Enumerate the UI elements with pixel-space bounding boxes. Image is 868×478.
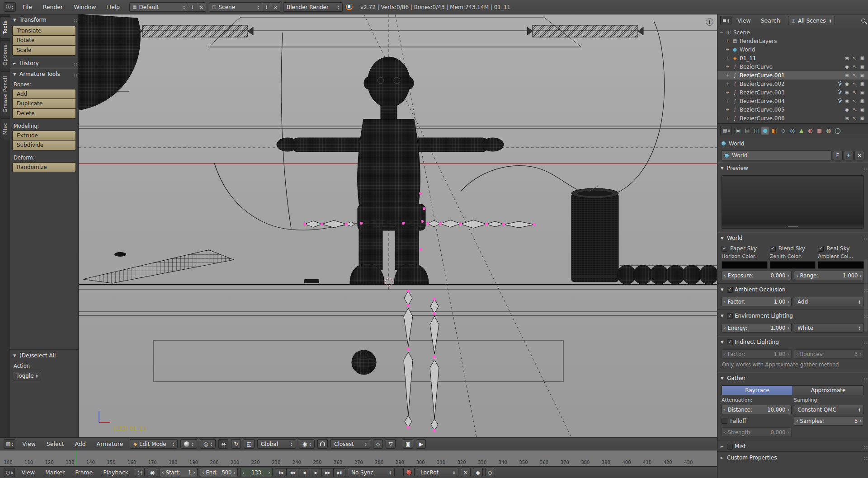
selectability-cursor-icon[interactable]: ↖ — [852, 90, 858, 95]
approximate-button[interactable]: Approximate — [793, 385, 864, 395]
custom-properties-header[interactable]: Custom Properties — [717, 452, 868, 463]
tab-scene[interactable] — [752, 126, 760, 135]
gather-panel-header[interactable]: Gather — [717, 373, 868, 384]
render-visibility-camera-icon[interactable]: ▣ — [859, 73, 865, 78]
menu-outliner-view[interactable]: View — [733, 14, 755, 27]
expand-icon[interactable]: + — [726, 98, 730, 103]
outliner-row[interactable]: +∫BezierCurve.003◉↖▣ — [717, 88, 868, 97]
search-icon[interactable] — [861, 19, 865, 23]
grill-mesh[interactable] — [83, 250, 234, 283]
panel-grip-icon[interactable] — [864, 446, 865, 447]
preview-panel-header[interactable]: Preview — [717, 163, 868, 173]
zenith-color-swatch[interactable] — [770, 261, 816, 269]
mist-panel-header[interactable]: Mist — [717, 441, 868, 452]
character-mesh[interactable] — [277, 57, 504, 284]
add-scene-button[interactable]: + — [262, 2, 271, 12]
outliner-row[interactable]: +◈01_11◉↖▣ — [717, 54, 868, 62]
exposure-field[interactable]: Exposure:0.000 — [722, 271, 792, 280]
visibility-eye-icon[interactable]: ◉ — [844, 107, 850, 112]
viewport-shading-dropdown[interactable] — [180, 439, 197, 449]
action-dropdown[interactable]: Toggle — [13, 371, 41, 380]
soda-can-mesh[interactable] — [571, 186, 618, 282]
render-visibility-camera-icon[interactable]: ▣ — [859, 107, 865, 112]
menu-select[interactable]: Select — [42, 438, 68, 450]
duplicate-bone-button[interactable]: Duplicate — [12, 99, 76, 109]
visibility-eye-icon[interactable]: ◉ — [844, 116, 850, 121]
tab-material[interactable] — [806, 126, 815, 135]
indirect-lighting-checkbox[interactable] — [727, 339, 733, 345]
editor-type-outliner-icon[interactable]: ≡ — [720, 16, 731, 25]
add-bone-button[interactable]: Add — [12, 89, 76, 99]
play-button[interactable]: ▶ — [310, 468, 322, 477]
falloff-strength-field[interactable]: Strength:0.000 — [722, 427, 792, 437]
extrude-button[interactable]: Extrude — [12, 131, 76, 141]
viewport[interactable]: Front Ortho (133) 01_11 + — [79, 14, 717, 437]
selectability-cursor-icon[interactable]: ↖ — [852, 107, 858, 112]
manipulator-translate-icon[interactable]: ↔ — [218, 439, 228, 449]
outliner-item-label[interactable]: Scene — [733, 29, 750, 36]
outliner-item-label[interactable]: BezierCurve.004 — [740, 98, 785, 104]
sample-method-dropdown[interactable]: Constant QMC — [794, 405, 864, 414]
menu-render[interactable]: Render — [39, 0, 67, 14]
indirect-lighting-header[interactable]: Indirect Lighting — [717, 337, 868, 347]
visibility-eye-icon[interactable]: ◉ — [844, 64, 850, 69]
selectability-cursor-icon[interactable]: ↖ — [852, 56, 858, 61]
add-screen-layout-button[interactable]: + — [188, 2, 197, 12]
indirect-factor-field[interactable]: Factor:1.00 — [722, 349, 792, 359]
tab-physics[interactable] — [833, 126, 842, 135]
visibility-eye-icon[interactable]: ◉ — [844, 90, 850, 95]
snap-peel-icon[interactable]: ◇ — [373, 439, 383, 449]
translate-button[interactable]: Translate — [12, 26, 76, 36]
panel-grip-icon[interactable] — [864, 378, 865, 379]
menu-tl-frame[interactable]: Frame — [71, 467, 97, 478]
clear-keying-set-button[interactable]: × — [461, 468, 471, 477]
mist-checkbox[interactable] — [727, 444, 733, 450]
world-panel-header[interactable]: World — [717, 233, 868, 244]
panel-grip-icon[interactable] — [864, 168, 865, 169]
attenuation-distance-field[interactable]: Distance:10.000 — [722, 405, 792, 414]
expand-icon[interactable]: + — [726, 116, 730, 121]
fake-user-button[interactable]: F — [833, 151, 843, 160]
transform-orientation-dropdown[interactable]: Global — [257, 439, 296, 449]
ao-factor-field[interactable]: Factor:1.00 — [722, 297, 792, 306]
wire-cylinders-row[interactable] — [617, 265, 717, 284]
timeline-current-frame-line[interactable] — [76, 450, 77, 466]
dome-mesh[interactable] — [79, 14, 140, 110]
render-visibility-camera-icon[interactable]: ▣ — [859, 56, 865, 61]
menu-view[interactable]: View — [18, 438, 40, 450]
panel-grip-icon[interactable] — [74, 19, 75, 20]
menu-add[interactable]: Add — [71, 438, 90, 450]
world-name-field[interactable]: World — [721, 150, 832, 160]
insert-keyframe-icon[interactable]: ◆ — [473, 468, 483, 477]
expand-icon[interactable]: + — [726, 81, 730, 86]
tab-object[interactable] — [770, 126, 778, 135]
frame-end-field[interactable]: End: 500 — [200, 468, 238, 477]
visibility-eye-icon[interactable]: ◉ — [844, 81, 850, 86]
toolshelf-tab-tools[interactable]: Tools — [0, 16, 10, 39]
menu-window[interactable]: Window — [70, 0, 100, 14]
region-expand-icon[interactable]: + — [706, 18, 713, 26]
tab-modifiers[interactable] — [788, 126, 797, 135]
selectability-cursor-icon[interactable]: ↖ — [852, 73, 858, 78]
jump-to-end-button[interactable]: ▶▮ — [334, 468, 345, 477]
toolshelf-tab-options[interactable]: Options — [0, 40, 10, 70]
panel-grip-icon[interactable] — [864, 342, 865, 342]
menu-help[interactable]: Help — [103, 0, 124, 14]
properties-scrollbar[interactable] — [864, 259, 868, 332]
history-panel-header[interactable]: History — [10, 57, 78, 68]
delete-screen-layout-button[interactable]: × — [197, 2, 206, 12]
env-color-dropdown[interactable]: White — [794, 323, 864, 333]
editor-type-info-icon[interactable]: ⓘ — [4, 2, 16, 12]
tab-texture[interactable] — [815, 126, 824, 135]
menu-file[interactable]: File — [19, 0, 36, 14]
tab-particles[interactable] — [824, 126, 833, 135]
outliner-item-label[interactable]: BezierCurve.006 — [740, 115, 785, 122]
outliner-row[interactable]: +∫BezierCurve.004◉↖▣ — [717, 97, 868, 105]
new-datablock-button[interactable]: + — [844, 151, 854, 160]
editor-type-timeline-icon[interactable]: ◷ — [4, 468, 15, 477]
unlink-datablock-button[interactable]: × — [854, 151, 864, 160]
opengl-render-anim-icon[interactable]: ▶ — [416, 439, 426, 449]
outliner-scope-dropdown[interactable]: ◫ All Scenes — [788, 16, 835, 25]
armature-leg-bones[interactable] — [404, 290, 439, 432]
ao-blend-dropdown[interactable]: Add — [794, 297, 864, 306]
